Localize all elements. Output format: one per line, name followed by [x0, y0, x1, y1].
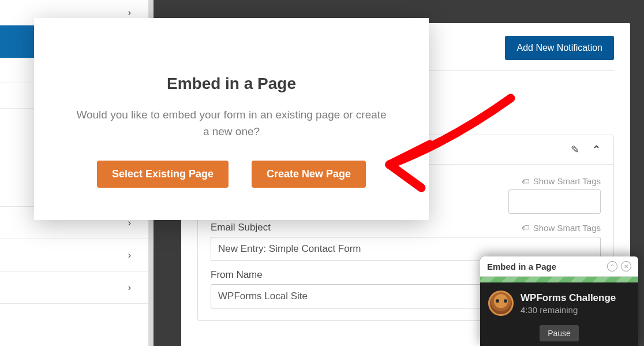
embed-modal: Embed in a Page Would you like to embed …	[34, 18, 429, 220]
progress-stripe	[480, 277, 638, 282]
modal-buttons: Select Existing Page Create New Page	[57, 161, 406, 188]
tag-icon: 🏷	[522, 223, 530, 232]
modal-title: Embed in a Page	[57, 75, 406, 93]
show-smart-tags-link[interactable]: 🏷Show Smart Tags	[522, 176, 601, 186]
challenge-header-title: Embed in a Page	[487, 262, 556, 271]
chevron-right-icon: ›	[128, 282, 131, 293]
avatar	[488, 291, 514, 316]
create-new-page-button[interactable]: Create New Page	[252, 161, 366, 188]
chevron-up-icon[interactable]: ⌃	[592, 143, 601, 156]
tag-icon: 🏷	[522, 177, 530, 186]
challenge-widget: Embed in a Page ⌃ ✕ WPForms Challenge 4:…	[480, 256, 638, 346]
edit-icon[interactable]: ✎	[571, 143, 579, 156]
close-icon[interactable]: ✕	[621, 261, 631, 271]
modal-description: Would you like to embed your form in an …	[76, 107, 387, 140]
pause-button[interactable]: Pause	[540, 325, 579, 341]
minimize-icon[interactable]: ⌃	[607, 261, 617, 271]
challenge-name: WPForms Challenge	[521, 292, 616, 304]
field-email-subject: Email Subject 🏷Show Smart Tags	[211, 222, 601, 261]
chevron-right-icon: ›	[128, 8, 131, 18]
field-label: From Name	[211, 269, 263, 281]
challenge-time-remaining: 4:30 remaining	[521, 305, 616, 315]
text-input[interactable]	[508, 189, 601, 214]
challenge-body: WPForms Challenge 4:30 remaining	[480, 282, 638, 325]
sidebar-item[interactable]: ›	[0, 271, 148, 304]
show-smart-tags-link[interactable]: 🏷Show Smart Tags	[522, 223, 601, 233]
chevron-right-icon: ›	[128, 250, 131, 261]
sidebar-item[interactable]: ›	[0, 239, 148, 271]
select-existing-page-button[interactable]: Select Existing Page	[97, 161, 229, 188]
field-label: Email Subject	[211, 222, 271, 233]
add-notification-button[interactable]: Add New Notification	[505, 36, 614, 60]
challenge-header: Embed in a Page ⌃ ✕	[480, 256, 638, 277]
